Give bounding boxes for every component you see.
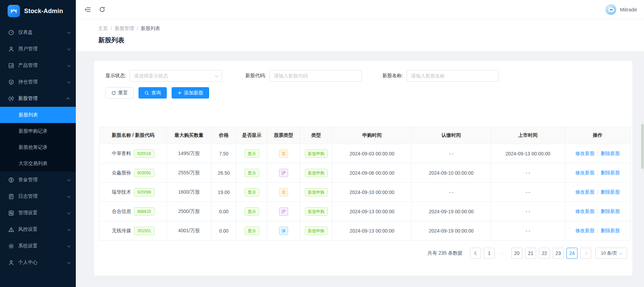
delete-newstock-link[interactable]: 删除新股 [601, 151, 620, 156]
chevron-left-icon [474, 251, 478, 255]
page-button-22[interactable]: 22 [539, 248, 550, 259]
sidebar-subitem-block-trade-list[interactable]: 大宗交易列表 [0, 155, 76, 172]
listing-time: - - [491, 163, 565, 183]
chevron-right-icon [583, 251, 587, 255]
sidebar-item-user-management[interactable]: 用户管理 [0, 41, 76, 57]
payment-time: 2024-09-19 00:00:00 [412, 221, 491, 240]
delete-newstock-link[interactable]: 删除新股 [601, 189, 620, 195]
listing-time: - - [491, 221, 565, 240]
scrollbar-thumb[interactable] [641, 124, 644, 169]
chevron-down-icon [67, 80, 71, 83]
subscribe-time: 2024-09-13 00:00:00 [333, 221, 412, 240]
sidebar-item-position-management[interactable]: 持仓管理 [0, 74, 76, 90]
sidebar-item-system-settings[interactable]: 系统设置 [0, 238, 76, 254]
page-button-23[interactable]: 23 [553, 248, 564, 259]
col-header-max-qty: 最大购买数量 [167, 127, 212, 144]
page-button-24-active[interactable]: 24 [566, 248, 577, 259]
page-size-select[interactable]: 10 条/页 [595, 248, 627, 259]
reset-icon [111, 91, 116, 95]
market-badge: 深 [279, 227, 288, 235]
chevron-down-icon [67, 194, 71, 198]
sidebar-item-fund-management[interactable]: 资金管理 [0, 172, 76, 188]
category-badge: 新股申购 [305, 169, 328, 177]
admin-settings-icon [8, 210, 14, 216]
subscribe-time: 2024-09-10 00:00:00 [333, 183, 412, 202]
sidebar-subitem-newstock-list[interactable]: 新股列表 [0, 107, 76, 123]
display-status-select[interactable] [130, 70, 222, 82]
sidebar-item-product-management[interactable]: 产品管理 [0, 57, 76, 74]
edit-newstock-link[interactable]: 修改新股 [575, 151, 595, 156]
category-badge: 新股申购 [305, 227, 328, 235]
price: 19.00 [212, 183, 236, 202]
payment-time: - - [412, 183, 491, 202]
sidebar-item-log-management[interactable]: 日志管理 [0, 188, 76, 205]
sidebar-item-dashboard[interactable]: 仪表盘 [0, 24, 76, 41]
main-area: Mitrade 主页 / 新股管理 / 新股列表 新股列表 显示状态: [76, 0, 644, 287]
edit-newstock-link[interactable]: 修改新股 [575, 170, 595, 175]
sidebar-item-newstock-management[interactable]: 新股管理 [0, 90, 76, 107]
payment-time: 2024-09-10 00:00:00 [412, 163, 491, 183]
sidebar-item-risk-settings[interactable]: 风控设置 [0, 221, 76, 238]
topbar: Mitrade [76, 0, 644, 19]
table-row: 众鑫股份603091 2555/万股 26.50 显示 沪 新股申购 2024-… [100, 163, 631, 183]
pages-ellipsis[interactable]: ··· [498, 248, 509, 259]
max-qty: 1600/万股 [167, 183, 212, 202]
page-button-1[interactable]: 1 [484, 248, 495, 259]
stock-code-tag: 688615 [134, 207, 154, 216]
newstock-submenu: 新股列表 新股申购记录 新股抢筹记录 大宗交易列表 [0, 107, 76, 172]
price: 0.00 [212, 221, 236, 240]
edit-newstock-link[interactable]: 修改新股 [575, 228, 595, 233]
delete-newstock-link[interactable]: 删除新股 [601, 228, 620, 233]
users-icon [8, 46, 14, 52]
prev-page-button[interactable] [470, 248, 481, 259]
refresh-icon[interactable] [99, 6, 106, 13]
stock-code-input[interactable] [269, 70, 362, 82]
chevron-down-icon [67, 47, 71, 50]
col-header-market: 股票类型 [267, 127, 300, 144]
subscribe-time: 2024-09-03 00:00:00 [333, 144, 412, 163]
page-button-21[interactable]: 21 [525, 248, 536, 259]
table-row: 合合信息688615 2500/万股 0.00 显示 沪 新股申购 2024-0… [100, 202, 631, 221]
search-button[interactable]: 查询 [139, 87, 167, 99]
stock-name: 瑞华技术 [112, 189, 131, 195]
listing-time: 2024-09-13 00:00:00 [491, 144, 565, 163]
col-header-listing-time: 上市时间 [491, 127, 565, 144]
stock-name-input[interactable] [407, 70, 499, 82]
user-menu[interactable]: Mitrade [605, 4, 637, 15]
table-header-row: 新股名称 / 新股代码 最大购买数量 价格 是否显示 股票类型 类型 申购时间 … [100, 127, 631, 144]
col-header-name-code: 新股名称 / 新股代码 [100, 127, 167, 144]
reset-button[interactable]: 重置 [105, 87, 134, 99]
market-badge: 沪 [279, 169, 288, 177]
collapse-sidebar-icon[interactable] [84, 6, 91, 13]
app-title: Stock-Admin [24, 8, 63, 15]
visible-badge: 显示 [245, 150, 259, 158]
add-newstock-button[interactable]: 添加新股 [172, 87, 209, 99]
payment-time: - - [412, 144, 491, 163]
breadcrumb-newstock-management[interactable]: 新股管理 [115, 25, 134, 32]
sidebar: Stock-Admin 仪表盘 用户管理 产 [0, 0, 76, 287]
edit-newstock-link[interactable]: 修改新股 [575, 189, 595, 195]
delete-newstock-link[interactable]: 删除新股 [601, 170, 620, 175]
scrollbar [641, 0, 644, 287]
breadcrumb: 主页 / 新股管理 / 新股列表 [98, 25, 644, 32]
pagination-total: 共有 235 条数据 [428, 250, 462, 256]
visible-badge: 显示 [245, 188, 259, 196]
chevron-down-icon [67, 244, 71, 247]
sidebar-item-admin-settings[interactable]: 管理设置 [0, 205, 76, 221]
page-button-20[interactable]: 20 [511, 248, 522, 259]
stock-name: 无线传媒 [112, 228, 131, 233]
gear-icon [8, 243, 14, 249]
avatar [605, 4, 616, 15]
sidebar-subitem-subscription-records[interactable]: 新股申购记录 [0, 123, 76, 139]
sidebar-item-personal-center[interactable]: 个人中心 [0, 254, 76, 271]
stock-name: 中草香料 [112, 151, 131, 156]
payment-time: 2024-09-19 00:00:00 [412, 202, 491, 221]
pagination: 共有 235 条数据 1 ··· 20 21 22 23 24 10 条/页 [99, 248, 627, 259]
edit-newstock-link[interactable]: 修改新股 [575, 208, 595, 214]
table-row: 无线传媒301551 4001/万股 0.00 显示 深 新股申购 2024-0… [100, 221, 631, 240]
sidebar-subitem-grab-records[interactable]: 新股抢筹记录 [0, 139, 76, 155]
breadcrumb-home[interactable]: 主页 [98, 25, 108, 32]
next-page-button[interactable] [580, 248, 591, 259]
delete-newstock-link[interactable]: 删除新股 [601, 208, 620, 214]
col-header-subscribe-time: 申购时间 [333, 127, 412, 144]
